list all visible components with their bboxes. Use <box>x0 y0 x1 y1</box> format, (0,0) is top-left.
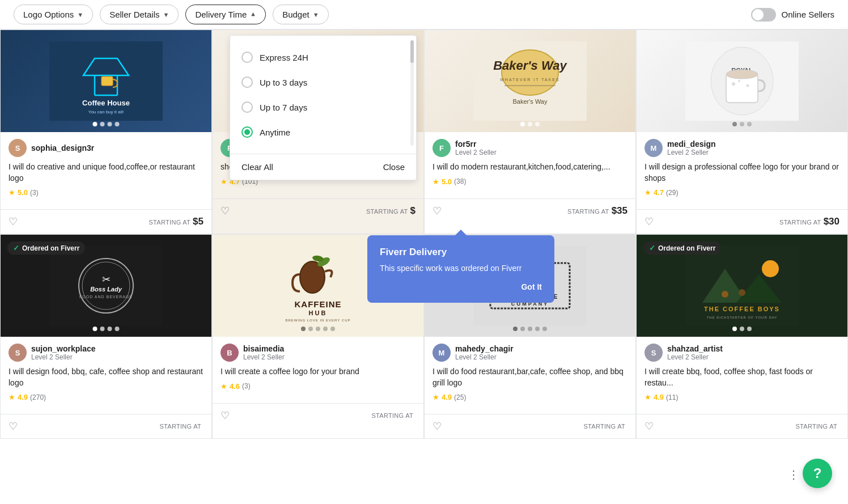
seller-name: mahedy_chagir <box>455 344 514 353</box>
svg-text:Baker's Way: Baker's Way <box>513 98 548 105</box>
got-it-button[interactable]: Got It <box>380 282 542 291</box>
card-3[interactable]: Baker's Way WHATEVER IT TAKES Baker's Wa… <box>424 29 636 234</box>
card-8[interactable]: ✓ Ordered on Fiverr THE COFFEE BOYS THE … <box>636 234 848 439</box>
dot <box>747 122 752 126</box>
svg-text:HUB: HUB <box>309 310 328 316</box>
online-sellers-label: Online Sellers <box>782 10 834 19</box>
star-icon: ★ <box>9 188 15 197</box>
clear-all-button[interactable]: Clear All <box>241 162 273 172</box>
rating-value: 4.9 <box>18 393 28 401</box>
dropdown-footer: Clear All Close <box>230 154 416 180</box>
ordered-label: Ordered on Fiverr <box>658 244 715 252</box>
dot <box>520 327 525 331</box>
favorite-button[interactable]: ♡ <box>433 420 442 433</box>
favorite-button[interactable]: ♡ <box>221 409 230 422</box>
dot <box>108 327 112 331</box>
dot <box>93 122 97 126</box>
seller-name: sujon_workplace <box>31 344 96 353</box>
rating-value: 5.0 <box>442 177 452 186</box>
card-title: I will design food, bbq, cafe, coffee sh… <box>9 366 203 388</box>
seller-level: Level 2 Seller <box>31 353 96 361</box>
dot <box>93 327 97 331</box>
favorite-button[interactable]: ♡ <box>645 420 654 433</box>
starting-at-label: STARTING AT <box>159 423 201 430</box>
favorite-button[interactable]: ♡ <box>433 205 442 217</box>
rating-row: ★ 4.7 (29) <box>645 188 839 197</box>
price-area: STARTING AT <box>795 423 839 430</box>
svg-point-25 <box>747 84 749 87</box>
card-4-dots <box>732 122 752 126</box>
dot <box>301 327 306 331</box>
option-upto3days[interactable]: Up to 3 days <box>241 70 405 95</box>
favorite-button[interactable]: ♡ <box>645 215 654 228</box>
card-7-footer: ♡ STARTING AT <box>425 414 635 438</box>
svg-text:KAFFEINE: KAFFEINE <box>295 299 342 309</box>
svg-point-24 <box>738 80 740 82</box>
online-sellers-toggle[interactable] <box>751 8 776 22</box>
logo-options-filter[interactable]: Logo Options ▼ <box>14 5 93 24</box>
card-5[interactable]: ✓ Ordered on Fiverr ✂ Boss Lady FOOD AND… <box>0 234 212 439</box>
delivery-time-dropdown: Express 24H Up to 3 days Up to 7 days An… <box>230 35 417 180</box>
favorite-button[interactable]: ♡ <box>9 420 18 433</box>
seller-details-label: Seller Details <box>109 10 159 19</box>
card-title: I will create bbq, food, coffee shop, fa… <box>645 366 839 388</box>
rating-count: (3) <box>242 382 251 390</box>
card-3-footer: ♡ STARTING AT $35 <box>425 198 635 223</box>
rating-count: (25) <box>454 393 466 401</box>
option-anytime[interactable]: Anytime <box>241 120 405 145</box>
svg-text:THE KICKSTARTER OF YOUR DAY: THE KICKSTARTER OF YOUR DAY <box>707 316 778 319</box>
card-6-dots <box>301 327 335 331</box>
delivery-time-chevron: ▼ <box>250 11 256 18</box>
avatar: M <box>433 344 451 362</box>
delivery-time-filter[interactable]: Delivery Time ▼ <box>185 5 266 24</box>
cards-grid: Coffee House You can buy it all! S sophi… <box>0 29 848 439</box>
card-1-footer: ♡ STARTING AT $5 <box>1 209 211 234</box>
seller-level: Level 2 Seller <box>667 353 723 361</box>
seller-level: Level 2 Seller <box>455 353 514 361</box>
seller-level: Level 2 Seller <box>667 149 716 156</box>
card-8-body: S shahzad_artist Level 2 Seller I will c… <box>637 337 847 414</box>
seller-row: S shahzad_artist Level 2 Seller <box>645 344 839 362</box>
price-area: STARTING AT <box>159 423 203 430</box>
logo-options-label: Logo Options <box>23 10 74 19</box>
ordered-badge: ✓ Ordered on Fiverr <box>7 242 85 255</box>
filter-bar: Logo Options ▼ Seller Details ▼ Delivery… <box>0 0 848 29</box>
scroll-track[interactable] <box>410 40 414 146</box>
dot <box>740 327 744 331</box>
dot <box>732 327 737 331</box>
price-value: $30 <box>824 216 839 227</box>
rating-count: (3) <box>30 189 39 197</box>
card-7-dots <box>513 327 547 331</box>
card-4[interactable]: ROYAL M medi_design Level <box>636 29 848 234</box>
seller-details-filter[interactable]: Seller Details ▼ <box>100 5 179 24</box>
svg-rect-5 <box>101 77 113 86</box>
star-icon: ★ <box>645 188 651 197</box>
avatar: S <box>645 344 663 362</box>
close-button[interactable]: Close <box>383 162 405 172</box>
budget-filter[interactable]: Budget ▼ <box>273 5 328 24</box>
label-anytime: Anytime <box>260 128 290 137</box>
seller-info: bisaimedia Level 2 Seller <box>243 344 285 361</box>
dot <box>520 122 525 126</box>
rating-row: ★ 5.0 (3) <box>9 188 203 197</box>
seller-info: sophia_design3r <box>31 143 94 153</box>
favorite-button[interactable]: ♡ <box>221 205 230 217</box>
avatar: S <box>9 344 27 362</box>
dot <box>528 122 532 126</box>
card-title: I will do food restaurant,bar,cafe, coff… <box>433 366 627 388</box>
favorite-button[interactable]: ♡ <box>9 215 18 228</box>
seller-row: S sophia_design3r <box>9 139 203 157</box>
check-icon: ✓ <box>13 244 19 252</box>
svg-point-23 <box>732 82 735 86</box>
dot <box>100 327 105 331</box>
card-title: I will do creative and unique food,coffe… <box>9 162 203 184</box>
option-upto7days[interactable]: Up to 7 days <box>241 95 405 120</box>
seller-info: shahzad_artist Level 2 Seller <box>667 344 723 361</box>
avatar: S <box>9 139 27 157</box>
option-express24h[interactable]: Express 24H <box>241 45 405 70</box>
svg-text:BREWING LOVE IN EVERY CUP: BREWING LOVE IN EVERY CUP <box>285 319 350 322</box>
card-1[interactable]: Coffee House You can buy it all! S sophi… <box>0 29 212 234</box>
radio-upto3days <box>241 77 253 88</box>
radio-anytime <box>241 126 253 138</box>
rating-row: ★ 4.6 (3) <box>221 382 415 391</box>
